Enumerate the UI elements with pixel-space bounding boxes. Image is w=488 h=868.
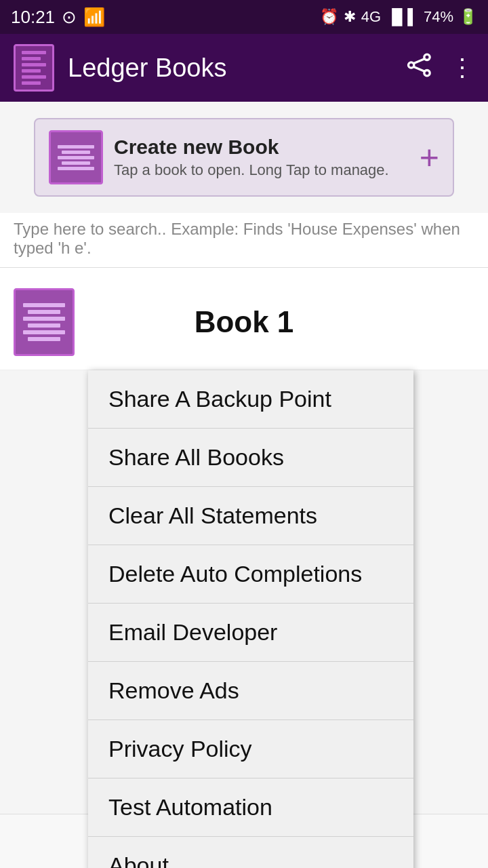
book-large-line (23, 330, 65, 334)
logo-line (22, 57, 41, 60)
signal-icon: ▐▌▌ (386, 8, 418, 26)
app-logo (14, 44, 54, 92)
app-bar-actions: ⋮ (407, 53, 474, 83)
menu-item-share-all-boooks[interactable]: Share All Boooks (88, 429, 413, 487)
create-book-subtitle: Tap a book to open. Long Tap to manage. (114, 161, 409, 179)
book-large-line (28, 310, 60, 314)
menu-item-remove-ads[interactable]: Remove Ads (88, 662, 413, 720)
logo-line (22, 69, 41, 73)
logo-lines (19, 47, 49, 89)
status-left: 10:21 ⊙ 📶 (11, 7, 105, 28)
menu-item-privacy-policy[interactable]: Privacy Policy (88, 720, 413, 778)
logo-line (22, 75, 46, 79)
svg-point-2 (409, 62, 414, 67)
book-icon-line (58, 167, 94, 170)
camera-icon: ⊙ (62, 7, 77, 28)
dropdown-menu: Share A Backup PointShare All BoooksClea… (88, 370, 413, 868)
bluetooth-icon: ✱ (344, 8, 356, 26)
logo-line (22, 81, 41, 85)
book-icon-line (62, 161, 90, 165)
menu-item-share-a-backup-point[interactable]: Share A Backup Point (88, 370, 413, 429)
menu-item-email-developer[interactable]: Email Developer (88, 604, 413, 662)
book-icon-line (58, 145, 94, 149)
logo-line (22, 51, 46, 54)
more-options-icon[interactable]: ⋮ (450, 54, 474, 82)
logo-line (22, 63, 46, 66)
svg-line-4 (413, 66, 424, 71)
svg-point-0 (424, 54, 430, 60)
time: 10:21 (11, 7, 55, 28)
status-bar: 10:21 ⊙ 📶 ⏰ ✱ 4G ▐▌▌ 74% 🔋 (0, 0, 488, 34)
wifi-icon: 📶 (83, 7, 105, 28)
app-title: Ledger Books (68, 54, 393, 83)
book-large-line (28, 337, 60, 341)
battery: 74% (424, 8, 453, 26)
create-book-plus-icon[interactable]: + (420, 138, 439, 177)
share-icon[interactable] (407, 53, 434, 83)
book-icon-large (14, 288, 75, 356)
book-large-line (23, 303, 65, 307)
svg-line-3 (413, 58, 424, 63)
search-placeholder: Type here to search.. Example: Finds 'Ho… (14, 220, 460, 257)
create-book-card[interactable]: Create new Book Tap a book to open. Long… (34, 118, 454, 197)
book-icon-line (58, 156, 94, 159)
book-large-line (23, 317, 65, 321)
app-bar: Ledger Books ⋮ (0, 34, 488, 102)
status-right: ⏰ ✱ 4G ▐▌▌ 74% 🔋 (320, 8, 477, 26)
network-icon: 4G (361, 8, 381, 26)
menu-item-test-automation[interactable]: Test Automation (88, 778, 413, 837)
battery-icon: 🔋 (459, 8, 477, 26)
book-name: Book 1 (75, 305, 413, 339)
create-book-title: Create new Book (114, 136, 409, 159)
book-title-row: Book 1 (0, 268, 488, 370)
menu-item-clear-all-statements[interactable]: Clear All Statements (88, 487, 413, 545)
svg-point-1 (424, 70, 430, 75)
book-large-line (28, 323, 60, 328)
book-icon-small (49, 130, 103, 184)
alarm-icon: ⏰ (320, 8, 338, 26)
menu-item-about[interactable]: About (88, 837, 413, 868)
create-book-text: Create new Book Tap a book to open. Long… (114, 136, 409, 179)
menu-item-delete-auto-completions[interactable]: Delete Auto Completions (88, 545, 413, 604)
book-icon-line (62, 151, 90, 154)
search-bar: Type here to search.. Example: Finds 'Ho… (0, 213, 488, 268)
